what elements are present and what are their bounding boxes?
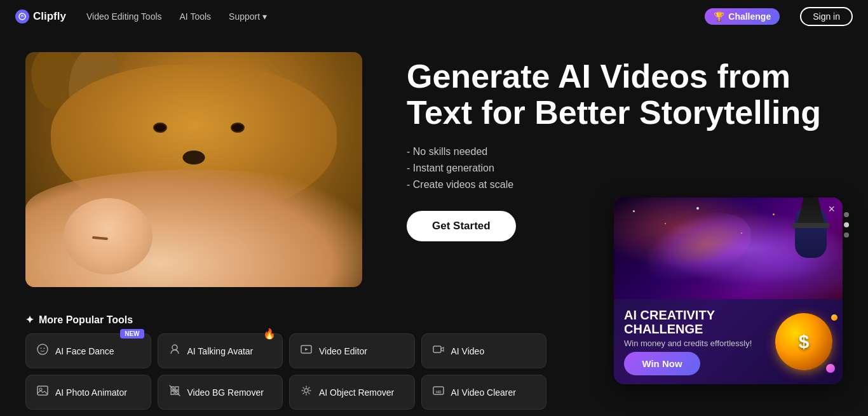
tool-label: Video Editor (319, 346, 367, 356)
media-frame (25, 52, 362, 287)
nav-links: Video Editing Tools AI Tools Support ▾ (86, 11, 684, 22)
tools-section: ✦ More Popular Tools NEW AI Face Dance 🔥… (0, 314, 572, 416)
carousel-dot[interactable] (844, 222, 849, 227)
logo-icon (15, 10, 29, 23)
coin-graphic: $ (775, 313, 832, 370)
tool-face-dance[interactable]: NEW AI Face Dance (25, 333, 151, 368)
ad-popup: × AI CREATIVITY CHALLENGE Win money and … (614, 198, 843, 384)
ad-image (614, 198, 843, 299)
tools-grid: NEW AI Face Dance 🔥 AI Talking Avatar Vi… (25, 333, 546, 410)
tool-label: AI Video Clearer (451, 387, 516, 398)
chevron-down-icon: ▾ (262, 11, 267, 22)
signin-button[interactable]: Sign in (800, 7, 853, 26)
close-icon[interactable]: × (828, 203, 835, 216)
coin-orb-2 (831, 314, 837, 321)
tool-object-remover[interactable]: AI Object Remover (289, 375, 415, 410)
tool-label: AI Talking Avatar (187, 346, 254, 356)
hero-image (25, 52, 362, 287)
get-started-button[interactable]: Get Started (407, 211, 516, 241)
ad-title: AI CREATIVITY CHALLENGE (624, 308, 768, 336)
logo[interactable]: Clipfly (15, 10, 66, 23)
hero-title: Generate AI Videos from Text for Better … (407, 58, 843, 131)
tool-photo-animator[interactable]: AI Photo Animator (25, 375, 151, 410)
tool-ai-video[interactable]: AI Video (421, 333, 547, 368)
video-clearer-icon: HD (432, 384, 445, 400)
ad-content: AI CREATIVITY CHALLENGE Win money and cr… (614, 299, 843, 384)
hero-bullet-3: - Create videos at scale (407, 179, 843, 191)
sparkle-icon: ✦ (25, 314, 34, 326)
svg-rect-5 (37, 386, 48, 395)
fire-badge: 🔥 (263, 328, 276, 340)
nav-support[interactable]: Support ▾ (229, 11, 267, 22)
tool-talking-avatar[interactable]: 🔥 AI Talking Avatar (158, 333, 283, 368)
ad-subtitle: Win money and credits effortlessly! (624, 339, 768, 348)
tools-heading: ✦ More Popular Tools (25, 314, 546, 326)
nav-video-editing[interactable]: Video Editing Tools (86, 11, 162, 22)
video-editor-icon (300, 343, 313, 359)
hero-bullets: - No skills needed - Instant generation … (407, 146, 843, 191)
tool-video-clearer[interactable]: HD AI Video Clearer (421, 375, 547, 410)
svg-rect-4 (433, 346, 441, 352)
ad-text: AI CREATIVITY CHALLENGE Win money and cr… (624, 308, 768, 375)
ai-video-icon (432, 343, 445, 359)
video-bg-remover-icon (168, 384, 181, 400)
tool-label: AI Object Remover (319, 387, 394, 398)
dollar-sign: $ (799, 331, 810, 352)
carousel-dot[interactable] (844, 232, 849, 238)
object-remover-icon (300, 384, 313, 400)
trophy-icon: 🏆 (714, 11, 724, 22)
svg-point-7 (304, 389, 308, 393)
coin-orb-1 (826, 364, 835, 373)
tool-video-editor[interactable]: Video Editor (289, 333, 415, 368)
navbar: Clipfly Video Editing Tools AI Tools Sup… (0, 0, 868, 33)
face-dance-icon (36, 343, 49, 359)
svg-point-0 (19, 13, 25, 20)
logo-text: Clipfly (33, 10, 66, 23)
tool-label: AI Photo Animator (55, 387, 127, 398)
carousel-dots (844, 212, 849, 238)
svg-point-1 (37, 344, 48, 354)
svg-text:HD: HD (436, 390, 442, 394)
svg-point-2 (172, 345, 177, 350)
tool-label: AI Face Dance (55, 346, 114, 356)
hero-bullet-2: - Instant generation (407, 163, 843, 174)
tool-video-bg-remover[interactable]: Video BG Remover (158, 375, 283, 410)
win-now-button[interactable]: Win Now (624, 352, 700, 375)
hero-bullet-1: - No skills needed (407, 146, 843, 158)
photo-animator-icon (36, 384, 49, 400)
talking-avatar-icon (168, 343, 181, 359)
tool-label: AI Video (451, 346, 485, 356)
challenge-button[interactable]: 🏆 Challenge (705, 8, 780, 25)
nav-ai-tools[interactable]: AI Tools (180, 11, 212, 22)
tool-label: Video BG Remover (187, 387, 264, 398)
carousel-dot[interactable] (844, 212, 849, 217)
new-badge: NEW (120, 329, 144, 339)
